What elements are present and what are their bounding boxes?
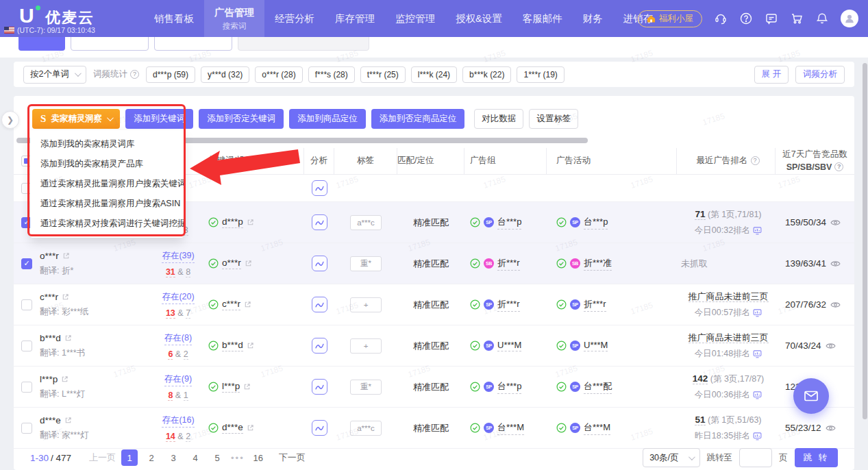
help-icon[interactable]: [739, 12, 753, 25]
tag-label[interactable]: a***c: [350, 421, 382, 436]
page-number-button[interactable]: 1: [121, 449, 138, 466]
ad-group-name[interactable]: 台***M: [497, 421, 524, 435]
eye-icon[interactable]: [826, 342, 836, 350]
add-tag-button[interactable]: +: [350, 338, 382, 354]
rank-monitor-icon[interactable]: [753, 432, 762, 441]
cropped-button[interactable]: [154, 37, 232, 51]
cropped-button[interactable]: [18, 37, 65, 51]
analysis-chart-icon[interactable]: [312, 379, 327, 395]
page-number-button[interactable]: 3: [165, 449, 182, 466]
external-link-icon[interactable]: [64, 417, 72, 424]
eye-icon[interactable]: [830, 260, 841, 268]
word-group-select[interactable]: 按2个单词: [23, 66, 86, 84]
add-tag-button[interactable]: +: [350, 297, 382, 312]
nav-item-2[interactable]: 经营分析: [264, 0, 325, 37]
page-size-select[interactable]: 30条/页: [643, 448, 699, 467]
exist-link[interactable]: 存在(20): [162, 291, 194, 304]
exist-counts[interactable]: 6 & 2: [168, 349, 188, 359]
nav-item-1[interactable]: 广告管理搜索词: [204, 0, 264, 37]
rank-status[interactable]: 推广商品未进前三页: [689, 332, 769, 343]
welfare-pill[interactable]: 福利小屋: [638, 10, 702, 27]
rank-monitor-icon[interactable]: [753, 391, 762, 399]
dropdown-menu-item[interactable]: 通过卖家精灵批量洞察用户搜索关键词: [30, 174, 184, 194]
eye-icon[interactable]: [830, 301, 841, 309]
mail-fab-button[interactable]: [793, 378, 829, 414]
rank-monitor-icon[interactable]: [753, 349, 762, 358]
rank-status[interactable]: 推广商品未进前三页: [689, 291, 769, 302]
page-number-button[interactable]: 2: [143, 449, 160, 466]
dropdown-menu-item[interactable]: 添加到我的卖家精灵产品库: [30, 154, 184, 174]
tag-label[interactable]: 重*: [350, 256, 382, 271]
exist-counts[interactable]: 8 & 1: [168, 391, 188, 400]
cropped-button[interactable]: [71, 37, 149, 51]
toolbar-button[interactable]: 对比数据: [474, 109, 523, 129]
help-circle-icon[interactable]: ?: [834, 162, 843, 171]
campaign-name[interactable]: 台***配: [584, 380, 612, 394]
analysis-chart-icon[interactable]: [312, 297, 327, 312]
rank-monitor-icon[interactable]: [753, 226, 762, 235]
rank-number[interactable]: 142: [693, 373, 708, 384]
support-headset-icon[interactable]: [714, 12, 728, 25]
external-link-icon[interactable]: [245, 260, 252, 267]
exist-link[interactable]: 存在(9): [164, 373, 192, 386]
row-checkbox[interactable]: ✓: [21, 258, 32, 269]
cart-icon[interactable]: [790, 12, 804, 25]
jump-page-input[interactable]: [739, 448, 772, 467]
exist-counts[interactable]: 14 & 2: [166, 432, 190, 441]
word-analysis-button[interactable]: 词频分析: [795, 66, 845, 84]
word-frequency-tag[interactable]: l***k (24): [411, 66, 457, 83]
toolbar-button[interactable]: 添加到关键词: [125, 109, 193, 129]
nav-item-0[interactable]: 销售看板: [144, 0, 204, 37]
analysis-chart-icon[interactable]: [312, 256, 327, 271]
nav-item-7[interactable]: 财务: [573, 0, 613, 37]
word-frequency-tag[interactable]: d***p (59): [146, 66, 195, 83]
analysis-chart-icon[interactable]: [312, 338, 327, 354]
analysis-chart-icon[interactable]: [312, 214, 327, 230]
eye-icon[interactable]: [826, 424, 836, 432]
rank-number[interactable]: 51: [695, 415, 705, 425]
toolbar-button[interactable]: 添加到否定关键词: [199, 109, 284, 129]
ad-group-name[interactable]: 折***r: [497, 257, 520, 271]
exist-counts[interactable]: 13 & 7: [166, 308, 190, 318]
external-link-icon[interactable]: [244, 301, 251, 308]
page-number-button[interactable]: 5: [209, 449, 225, 466]
ad-group-name[interactable]: U***M: [497, 340, 521, 351]
external-link-icon[interactable]: [62, 293, 69, 301]
prev-page-button[interactable]: 上一页: [89, 452, 116, 464]
toolbar-button[interactable]: 添加到否定商品定位: [371, 109, 465, 129]
dropdown-menu-item[interactable]: 通过卖家精灵对搜索词进行关键词挖掘: [30, 214, 184, 234]
rank-number[interactable]: 71: [695, 209, 705, 220]
nav-item-3[interactable]: 库存管理: [325, 0, 385, 37]
row-checkbox[interactable]: [21, 382, 32, 393]
dropdown-menu-item[interactable]: 添加到我的卖家精灵词库: [30, 134, 184, 154]
sellersprite-insight-button[interactable]: S 卖家精灵洞察: [32, 109, 120, 129]
page-number-button[interactable]: 4: [187, 449, 203, 466]
toolbar-button[interactable]: 设置标签: [529, 109, 578, 129]
row-checkbox[interactable]: [21, 299, 32, 310]
vertical-scrollbar[interactable]: [863, 63, 867, 419]
nav-item-5[interactable]: 授权&设置: [445, 0, 512, 37]
help-circle-icon[interactable]: ?: [130, 70, 139, 79]
campaign-name[interactable]: U***M: [584, 340, 608, 351]
analysis-chart-icon[interactable]: [312, 420, 327, 436]
page-ellipsis[interactable]: •••: [231, 453, 245, 463]
row-checkbox[interactable]: [21, 341, 32, 351]
row-checkbox[interactable]: [21, 423, 32, 434]
word-frequency-tag[interactable]: t***r (25): [360, 66, 406, 83]
exist-link[interactable]: 存在(8): [164, 332, 192, 345]
expand-button[interactable]: 展 开: [754, 66, 789, 84]
feedback-icon[interactable]: [765, 12, 778, 25]
sort-icon[interactable]: ▲▼: [275, 157, 279, 165]
next-page-button[interactable]: 下一页: [279, 452, 306, 464]
toolbar-button[interactable]: 添加到商品定位: [289, 109, 366, 129]
campaign-name[interactable]: 折***r: [584, 298, 606, 312]
external-link-icon[interactable]: [247, 424, 254, 432]
analysis-chart-icon[interactable]: [312, 180, 327, 196]
ad-group-name[interactable]: 折***r: [497, 298, 520, 312]
tag-label[interactable]: a***c: [350, 215, 382, 230]
word-frequency-tag[interactable]: y***d (32): [201, 66, 249, 83]
ad-group-name[interactable]: 台***p: [497, 380, 521, 394]
external-link-icon[interactable]: [247, 219, 254, 226]
external-link-icon[interactable]: [61, 375, 69, 383]
bell-icon[interactable]: [815, 12, 829, 25]
